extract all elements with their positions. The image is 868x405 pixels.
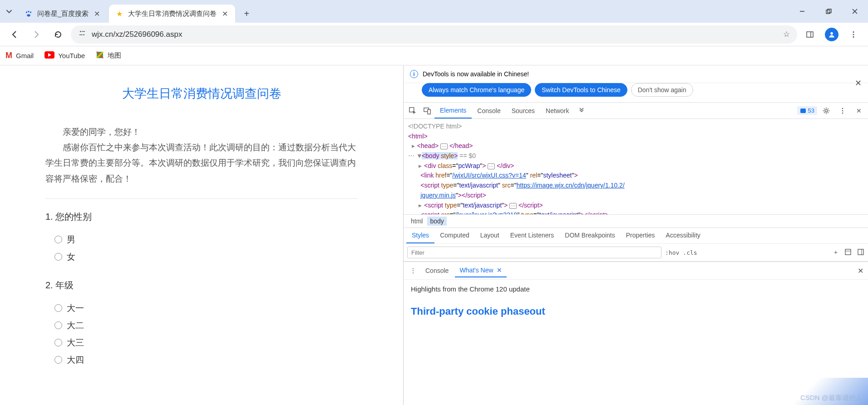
whatsnew-headline: Third-party cookie phaseout — [411, 306, 861, 317]
tab-close-icon[interactable]: ✕ — [221, 9, 229, 19]
svg-point-16 — [853, 31, 854, 33]
option[interactable]: 女 — [45, 248, 358, 266]
new-tab-button[interactable]: + — [240, 7, 253, 20]
browser-tab-active[interactable]: ★ 大学生日常消费情况调查问卷 ✕ — [109, 5, 235, 23]
profile-button[interactable] — [823, 25, 841, 44]
computed-pane-icon[interactable] — [857, 248, 864, 257]
tab-close-icon[interactable]: ✕ — [93, 9, 101, 19]
gear-icon[interactable] — [819, 104, 833, 118]
site-settings-icon[interactable] — [78, 29, 86, 40]
option[interactable]: 大二 — [45, 317, 358, 334]
corner-overlay — [768, 378, 868, 405]
tab-title: 问卷星_百度搜索 — [37, 10, 89, 18]
divider — [45, 198, 358, 199]
stab-computed[interactable]: Computed — [434, 228, 475, 243]
question-1: 1. 您的性别 男 女 — [45, 211, 358, 266]
greeting-text: 亲爱的同学，您好！ — [45, 124, 358, 140]
styles-filter-row: :hov .cls ＋ — [404, 243, 868, 262]
dom-tree[interactable]: <!DOCTYPE html> <html> ▸<head> ⋯ </head>… — [404, 119, 868, 214]
crumb-html[interactable]: html — [408, 217, 425, 226]
omnibox[interactable]: wjx.cn/xz/252696096.aspx ☆ — [71, 25, 797, 44]
styles-filter-input[interactable] — [407, 247, 661, 258]
survey-title: 大学生日常消费情况调查问卷 — [45, 85, 358, 102]
bookmark-label: YouTube — [58, 52, 85, 59]
gmail-icon: M — [5, 51, 12, 60]
svg-point-11 — [83, 34, 84, 35]
banner-text: DevTools is now available in Chinese! — [423, 70, 529, 78]
stab-accessibility[interactable]: Accessibility — [661, 228, 706, 243]
svg-point-18 — [853, 36, 854, 37]
svg-point-9 — [80, 31, 81, 32]
option-label: 大三 — [67, 337, 84, 349]
switch-chinese-button[interactable]: Switch DevTools to Chinese — [535, 83, 627, 97]
stab-listeners[interactable]: Event Listeners — [505, 228, 560, 243]
drawer-tab-whatsnew[interactable]: What's New ✕ — [455, 264, 507, 277]
svg-point-0 — [26, 11, 27, 13]
new-style-icon[interactable]: ＋ — [833, 248, 839, 257]
tab-console[interactable]: Console — [472, 104, 506, 118]
profile-avatar-icon — [825, 28, 838, 41]
svg-point-2 — [30, 11, 31, 13]
close-window-icon[interactable] — [842, 2, 868, 20]
devtools-close-icon[interactable]: ✕ — [852, 104, 866, 118]
drawer-kebab-icon[interactable]: ⋮ — [407, 267, 419, 274]
crumb-body[interactable]: body — [427, 217, 446, 226]
option[interactable]: 大三 — [45, 334, 358, 351]
tablist-caret-icon[interactable] — [0, 0, 18, 23]
stab-properties[interactable]: Properties — [621, 228, 661, 243]
svg-point-27 — [842, 112, 843, 114]
intro-text: 感谢你百忙之中来参与本次调查活动！此次调研的目的：通过数据分析当代大学生日常费的… — [45, 140, 358, 187]
stab-styles[interactable]: Styles — [406, 228, 434, 243]
forward-button[interactable] — [27, 25, 45, 44]
minimize-icon[interactable] — [789, 2, 815, 20]
menu-button[interactable] — [844, 25, 863, 44]
browser-tab-inactive[interactable]: 问卷星_百度搜索 ✕ — [18, 5, 107, 23]
reload-button[interactable] — [49, 25, 67, 44]
content-split: 大学生日常消费情况调查问卷 亲爱的同学，您好！ 感谢你百忙之中来参与本次调查活动… — [0, 65, 868, 405]
back-button[interactable] — [5, 25, 24, 44]
svg-point-24 — [825, 109, 827, 112]
stab-layout[interactable]: Layout — [475, 228, 505, 243]
survey-intro: 亲爱的同学，您好！ 感谢你百忙之中来参与本次调查活动！此次调研的目的：通过数据分… — [45, 124, 358, 187]
drawer-tab-console[interactable]: Console — [421, 264, 453, 277]
more-tabs-icon[interactable] — [574, 104, 589, 118]
dont-show-button[interactable]: Don't show again — [631, 83, 693, 97]
svg-rect-28 — [845, 249, 851, 255]
cls-toggle[interactable]: .cls — [683, 249, 697, 256]
maximize-icon[interactable] — [815, 2, 842, 20]
option[interactable]: 大四 — [45, 351, 358, 369]
url-text: wjx.cn/xz/252696096.aspx — [92, 30, 778, 39]
info-icon: i — [410, 70, 418, 78]
radio-icon — [54, 356, 62, 364]
svg-point-17 — [853, 34, 854, 35]
url-bar: wjx.cn/xz/252696096.aspx ☆ — [0, 23, 868, 46]
issues-badge[interactable]: 53 — [797, 106, 817, 115]
radio-icon — [54, 339, 62, 346]
side-panel-icon[interactable] — [801, 25, 819, 44]
bookmark-gmail[interactable]: M Gmail — [5, 51, 34, 60]
drawer-close-icon[interactable]: ✕ — [858, 267, 863, 275]
radio-icon — [54, 304, 62, 312]
tab-elements[interactable]: Elements — [434, 103, 472, 119]
banner-close-icon[interactable]: ✕ — [855, 78, 862, 88]
option-label: 大二 — [67, 320, 84, 331]
hov-toggle[interactable]: :hov — [665, 249, 679, 256]
kebab-icon[interactable] — [835, 104, 850, 118]
bookmark-maps[interactable]: 地图 — [96, 51, 121, 60]
bookmark-youtube[interactable]: YouTube — [44, 51, 85, 60]
dom-breadcrumb[interactable]: html body — [404, 214, 868, 227]
bookmark-star-icon[interactable]: ☆ — [783, 30, 790, 39]
radio-icon — [54, 253, 62, 261]
bookmark-label: 地图 — [108, 51, 121, 60]
toggle-pane-icon[interactable] — [844, 248, 852, 257]
tab-sources[interactable]: Sources — [506, 104, 540, 118]
page-viewport[interactable]: 大学生日常消费情况调查问卷 亲爱的同学，您好！ 感谢你百忙之中来参与本次调查活动… — [0, 65, 403, 405]
match-language-button[interactable]: Always match Chrome's language — [422, 83, 531, 97]
option[interactable]: 男 — [45, 231, 358, 248]
option[interactable]: 大一 — [45, 300, 358, 317]
stab-breakpoints[interactable]: DOM Breakpoints — [559, 228, 620, 243]
device-toggle-icon[interactable] — [420, 104, 434, 118]
baidu-favicon-icon — [25, 10, 33, 18]
inspect-icon[interactable] — [405, 104, 420, 118]
tab-network[interactable]: Network — [540, 104, 574, 118]
